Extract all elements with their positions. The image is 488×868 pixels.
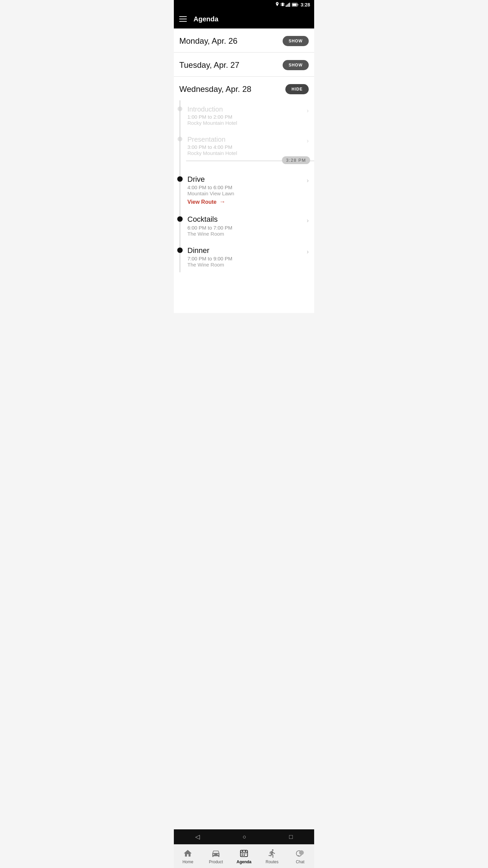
day-row-wednesday: Wednesday, Apr. 28 HIDE bbox=[174, 77, 314, 100]
day-label-tuesday: Tuesday, Apr. 27 bbox=[179, 60, 239, 70]
dot-drive bbox=[177, 176, 183, 182]
event-content-introduction: Introduction 1:00 PM to 2:00 PM Rocky Mo… bbox=[186, 105, 304, 126]
event-arrow-cocktails: › bbox=[307, 217, 309, 224]
event-drive[interactable]: Drive 4:00 PM to 6:00 PM Mountain View L… bbox=[174, 170, 314, 210]
event-arrow-drive: › bbox=[307, 177, 309, 184]
event-title-introduction: Introduction bbox=[187, 105, 304, 113]
current-time-divider: 3:28 PM bbox=[186, 161, 314, 170]
event-time-drive: 4:00 PM to 6:00 PM bbox=[187, 184, 304, 190]
dot-presentation bbox=[178, 137, 182, 141]
menu-button[interactable] bbox=[179, 16, 187, 22]
day-label-monday: Monday, Apr. 26 bbox=[179, 36, 238, 46]
event-location-presentation: Rocky Mountain Hotel bbox=[187, 150, 304, 156]
svg-rect-7 bbox=[288, 3, 289, 7]
svg-rect-3 bbox=[284, 3, 285, 4]
event-title-presentation: Presentation bbox=[187, 135, 304, 143]
app-header: Agenda bbox=[174, 9, 314, 28]
page-title: Agenda bbox=[194, 15, 218, 23]
event-time-cocktails: 6:00 PM to 7:00 PM bbox=[187, 225, 304, 231]
event-cocktails[interactable]: Cocktails 6:00 PM to 7:00 PM The Wine Ro… bbox=[174, 210, 314, 241]
svg-rect-10 bbox=[298, 4, 298, 5]
event-arrow-introduction: › bbox=[307, 107, 309, 114]
event-time-introduction: 1:00 PM to 2:00 PM bbox=[187, 114, 304, 120]
event-time-dinner: 7:00 PM to 9:00 PM bbox=[187, 256, 304, 261]
timeline-col-cocktails bbox=[174, 215, 186, 222]
event-content-drive: Drive 4:00 PM to 6:00 PM Mountain View L… bbox=[186, 175, 304, 205]
svg-rect-4 bbox=[284, 5, 285, 5]
view-route-arrow-icon: → bbox=[219, 198, 225, 205]
event-content-dinner: Dinner 7:00 PM to 9:00 PM The Wine Room bbox=[186, 246, 304, 268]
event-title-cocktails: Cocktails bbox=[187, 215, 304, 224]
svg-rect-1 bbox=[281, 3, 281, 4]
timeline-col-dinner bbox=[174, 246, 186, 253]
svg-rect-6 bbox=[287, 4, 288, 7]
event-arrow-presentation: › bbox=[307, 137, 309, 144]
event-location-cocktails: The Wine Room bbox=[187, 231, 304, 237]
event-arrow-dinner: › bbox=[307, 248, 309, 255]
event-dinner[interactable]: Dinner 7:00 PM to 9:00 PM The Wine Room … bbox=[174, 241, 314, 272]
svg-rect-0 bbox=[282, 3, 284, 6]
day-row-tuesday: Tuesday, Apr. 27 SHOW bbox=[174, 53, 314, 76]
dot-introduction bbox=[178, 106, 182, 111]
day-row-monday: Monday, Apr. 26 SHOW bbox=[174, 28, 314, 52]
svg-rect-5 bbox=[286, 5, 287, 7]
timeline-col-drive bbox=[174, 175, 186, 182]
svg-rect-11 bbox=[292, 3, 297, 6]
main-content: Monday, Apr. 26 SHOW Tuesday, Apr. 27 SH… bbox=[174, 28, 314, 313]
status-icons bbox=[275, 2, 299, 8]
timeline: Introduction 1:00 PM to 2:00 PM Rocky Mo… bbox=[174, 100, 314, 272]
hide-wednesday-button[interactable]: HIDE bbox=[285, 84, 309, 94]
event-location-dinner: The Wine Room bbox=[187, 262, 304, 268]
event-time-presentation: 3:00 PM to 4:00 PM bbox=[187, 144, 304, 150]
status-time: 3:28 bbox=[301, 2, 310, 7]
status-bar: 3:28 bbox=[174, 0, 314, 9]
view-route-button[interactable]: View Route → bbox=[187, 198, 304, 205]
timeline-col-introduction bbox=[174, 105, 186, 111]
view-route-label: View Route bbox=[187, 199, 217, 205]
event-introduction[interactable]: Introduction 1:00 PM to 2:00 PM Rocky Mo… bbox=[174, 100, 314, 131]
day-label-wednesday: Wednesday, Apr. 28 bbox=[179, 84, 251, 94]
event-title-dinner: Dinner bbox=[187, 246, 304, 255]
event-location-drive: Mountain View Lawn bbox=[187, 191, 304, 196]
event-title-drive: Drive bbox=[187, 175, 304, 184]
timeline-col-presentation bbox=[174, 135, 186, 141]
svg-rect-2 bbox=[281, 5, 281, 5]
dot-cocktails bbox=[177, 216, 183, 222]
event-content-cocktails: Cocktails 6:00 PM to 7:00 PM The Wine Ro… bbox=[186, 215, 304, 236]
dot-dinner bbox=[177, 248, 183, 253]
show-monday-button[interactable]: SHOW bbox=[283, 36, 309, 46]
event-location-introduction: Rocky Mountain Hotel bbox=[187, 120, 304, 126]
current-time-badge: 3:28 PM bbox=[282, 156, 310, 164]
event-content-presentation: Presentation 3:00 PM to 4:00 PM Rocky Mo… bbox=[186, 135, 304, 156]
show-tuesday-button[interactable]: SHOW bbox=[283, 60, 309, 70]
svg-rect-8 bbox=[289, 3, 290, 7]
